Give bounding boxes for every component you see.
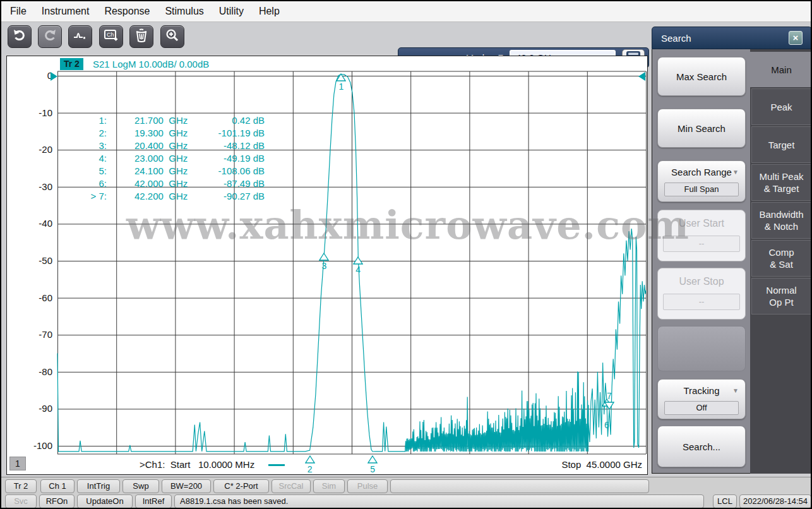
close-icon[interactable]: ×	[789, 31, 803, 45]
marker-1-label: 1	[334, 81, 348, 92]
delete-button[interactable]	[129, 25, 153, 48]
tab-multi-peak-target[interactable]: Multi Peak & Target	[751, 164, 811, 201]
marker-frequency: 19.300 GHz	[134, 127, 210, 140]
undo-icon	[13, 29, 27, 44]
marker-7-label: 7	[602, 391, 616, 401]
status-update[interactable]: UpdateOn	[77, 494, 133, 508]
vna-application-window: { "menu": { "items": ["File", "Instrumen…	[0, 0, 812, 509]
chart-area: 0-10-20-30-40-50-60-70-80-90-100 Tr 2 S2…	[6, 56, 648, 475]
status-sim[interactable]: Sim	[313, 479, 345, 493]
menu-help[interactable]: Help	[259, 6, 280, 17]
tab-target[interactable]: Target	[751, 126, 811, 163]
status-trace[interactable]: Tr 2	[5, 479, 37, 493]
chevron-down-icon: ▼	[732, 169, 739, 176]
marker-4-symbol[interactable]	[353, 256, 363, 265]
marker-value: 0.42 dB	[210, 114, 265, 127]
marker-2-symbol[interactable]	[305, 455, 315, 464]
blank-softkey	[657, 326, 746, 371]
menu-utility[interactable]: Utility	[219, 6, 244, 17]
status-srccal[interactable]: SrcCal	[272, 479, 311, 493]
sweep-stop-label: Stop 45.0000 GHz	[561, 459, 642, 470]
user-stop-button[interactable]: User Stop --	[657, 268, 746, 320]
y-tick-label: -10	[7, 107, 52, 119]
status-bandwidth[interactable]: BW=200	[162, 479, 211, 493]
add-channel-icon: Ch	[104, 28, 119, 45]
trace-badge[interactable]: Tr 2	[60, 58, 83, 70]
y-tick-label: -100	[7, 440, 52, 452]
status-pulse[interactable]: Pulse	[347, 479, 388, 493]
marker-1-symbol[interactable]	[336, 73, 346, 81]
channel-number-box[interactable]: 1	[9, 457, 26, 470]
marker-table-row: 4:23.000 GHz-49.19 dB	[76, 152, 265, 165]
status-message: A8819.1.csa has been saved.	[174, 494, 704, 508]
marker-4-label: 4	[351, 265, 365, 275]
y-tick-label: 0	[7, 69, 52, 82]
search-panel-body: Main Peak Target Multi Peak & Target Ban…	[652, 49, 812, 474]
marker-table-row: 5:24.100 GHz-108.06 dB	[76, 165, 265, 177]
status-datetime: 2022/06/28-14:54	[739, 494, 811, 508]
marker-index: 3:	[76, 140, 107, 152]
menu-file[interactable]: File	[10, 6, 27, 17]
marker-readout-table: 1:21.700 GHz0.42 dB2:19.300 GHz-101.19 d…	[76, 114, 265, 203]
tab-main[interactable]: Main	[750, 52, 812, 87]
marker-value: -90.27 dB	[210, 190, 265, 203]
status-sweep[interactable]: Swp	[122, 479, 159, 493]
tracking-label: Tracking	[684, 385, 720, 396]
zoom-icon	[165, 28, 179, 45]
menu-response[interactable]: Response	[104, 6, 150, 17]
marker-value: -108.06 dB	[210, 165, 265, 177]
tracking-button[interactable]: Tracking ▼ Off	[657, 379, 746, 419]
marker-6-label: 6	[600, 420, 614, 430]
status-blank	[390, 479, 649, 493]
zoom-button[interactable]	[160, 25, 184, 48]
chevron-down-icon: ▼	[732, 387, 739, 394]
user-stop-value: --	[663, 294, 740, 310]
status-channel[interactable]: Ch 1	[40, 479, 75, 493]
trace-title: S21 LogM 10.00dB/ 0.00dB	[93, 59, 209, 69]
min-search-button[interactable]: Min Search	[657, 109, 746, 148]
max-search-button[interactable]: Max Search	[657, 57, 746, 96]
marker-index: 2:	[76, 127, 107, 140]
marker-7-symbol[interactable]	[604, 402, 614, 410]
search-dialog-button[interactable]: Search...	[657, 426, 746, 467]
undo-button[interactable]	[8, 25, 32, 48]
status-lcl[interactable]: LCL	[713, 494, 737, 508]
tracking-value[interactable]: Off	[664, 401, 739, 415]
marker-3-label: 3	[317, 261, 331, 271]
marker-2-label: 2	[303, 464, 317, 474]
marker-index: 6:	[76, 177, 107, 190]
status-svc[interactable]: Svc	[5, 494, 37, 508]
status-cal[interactable]: C* 2-Port	[213, 479, 269, 493]
marker-index: > 7:	[76, 190, 107, 203]
marker-value: -48.12 dB	[210, 140, 265, 152]
redo-button[interactable]	[38, 25, 62, 48]
tab-normal-op-pt[interactable]: Normal Op Pt	[751, 278, 811, 314]
search-range-value[interactable]: Full Span	[664, 183, 739, 196]
menu-bar: File Instrument Response Stimulus Utilit…	[1, 1, 811, 22]
tab-comp-sat[interactable]: Comp & Sat	[751, 240, 811, 277]
marker-frequency: 24.100 GHz	[134, 165, 210, 177]
marker-table-row: 6:42.000 GHz-87.49 dB	[76, 177, 265, 190]
marker-index: 4:	[76, 152, 107, 165]
menu-instrument[interactable]: Instrument	[42, 6, 90, 17]
search-range-button[interactable]: Search Range ▼ Full Span	[657, 160, 746, 202]
status-ref[interactable]: IntRef	[135, 494, 172, 508]
y-tick-label: -50	[7, 254, 52, 267]
status-rf[interactable]: RFOn	[39, 494, 75, 508]
search-panel-title: Search	[661, 33, 691, 44]
marker-3-symbol[interactable]	[319, 253, 329, 261]
marker-table-row: > 7:42.200 GHz-90.27 dB	[76, 190, 265, 203]
add-channel-button[interactable]: Ch	[99, 25, 123, 48]
add-trace-button[interactable]	[68, 25, 92, 48]
search-panel-header: Search ×	[652, 27, 812, 49]
reference-level-indicator-left	[51, 72, 57, 81]
status-trigger[interactable]: IntTrig	[77, 479, 120, 493]
user-start-button[interactable]: User Start --	[657, 210, 746, 261]
marker-5-symbol[interactable]	[367, 455, 378, 464]
y-tick-label: -30	[7, 181, 52, 193]
marker-5-label: 5	[366, 464, 379, 474]
tab-peak[interactable]: Peak	[751, 88, 811, 125]
y-tick-label: -40	[7, 217, 52, 230]
tab-bandwidth-notch[interactable]: Bandwidth & Notch	[751, 202, 811, 239]
menu-stimulus[interactable]: Stimulus	[165, 6, 203, 17]
